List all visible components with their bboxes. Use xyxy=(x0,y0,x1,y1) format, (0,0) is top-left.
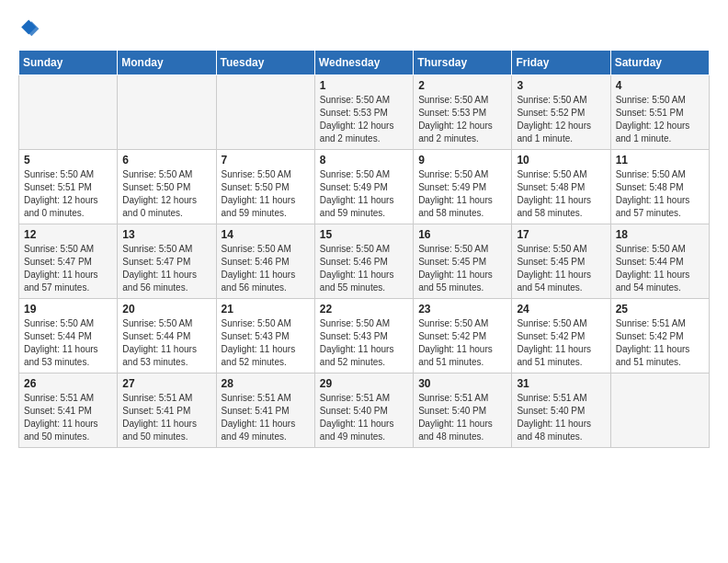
calendar-day-20: 20Sunrise: 5:50 AM Sunset: 5:44 PM Dayli… xyxy=(118,299,216,373)
day-number: 2 xyxy=(418,79,506,92)
day-number: 9 xyxy=(418,154,506,167)
day-info: Sunrise: 5:50 AM Sunset: 5:51 PM Dayligh… xyxy=(616,94,704,145)
day-number: 1 xyxy=(320,79,408,92)
day-info: Sunrise: 5:50 AM Sunset: 5:48 PM Dayligh… xyxy=(517,168,605,220)
weekday-header-sunday: Sunday xyxy=(19,51,118,75)
day-info: Sunrise: 5:50 AM Sunset: 5:53 PM Dayligh… xyxy=(418,94,506,145)
calendar-day-27: 27Sunrise: 5:51 AM Sunset: 5:41 PM Dayli… xyxy=(118,373,216,448)
calendar-day-5: 5Sunrise: 5:50 AM Sunset: 5:51 PM Daylig… xyxy=(19,150,118,224)
day-number: 11 xyxy=(616,154,704,167)
day-number: 24 xyxy=(517,303,605,316)
calendar-day-31: 31Sunrise: 5:51 AM Sunset: 5:40 PM Dayli… xyxy=(512,373,610,448)
day-info: Sunrise: 5:50 AM Sunset: 5:49 PM Dayligh… xyxy=(320,168,408,220)
calendar-day-12: 12Sunrise: 5:50 AM Sunset: 5:47 PM Dayli… xyxy=(19,224,118,299)
day-number: 19 xyxy=(24,303,112,316)
weekday-header-row: SundayMondayTuesdayWednesdayThursdayFrid… xyxy=(19,51,710,75)
calendar-week-row: 1Sunrise: 5:50 AM Sunset: 5:53 PM Daylig… xyxy=(19,75,710,150)
calendar-day-25: 25Sunrise: 5:51 AM Sunset: 5:42 PM Dayli… xyxy=(610,299,709,373)
calendar-week-row: 19Sunrise: 5:50 AM Sunset: 5:44 PM Dayli… xyxy=(19,299,710,373)
calendar-day-3: 3Sunrise: 5:50 AM Sunset: 5:52 PM Daylig… xyxy=(512,75,610,150)
calendar-day-28: 28Sunrise: 5:51 AM Sunset: 5:41 PM Dayli… xyxy=(216,373,314,448)
day-number: 20 xyxy=(122,303,210,316)
day-info: Sunrise: 5:50 AM Sunset: 5:50 PM Dayligh… xyxy=(222,168,310,220)
day-info: Sunrise: 5:50 AM Sunset: 5:47 PM Dayligh… xyxy=(122,243,210,294)
day-number: 3 xyxy=(517,79,605,92)
day-info: Sunrise: 5:51 AM Sunset: 5:40 PM Dayligh… xyxy=(418,392,506,443)
calendar-day-18: 18Sunrise: 5:50 AM Sunset: 5:44 PM Dayli… xyxy=(610,224,709,299)
day-info: Sunrise: 5:50 AM Sunset: 5:45 PM Dayligh… xyxy=(517,243,605,294)
calendar-day-1: 1Sunrise: 5:50 AM Sunset: 5:53 PM Daylig… xyxy=(314,75,413,150)
day-number: 31 xyxy=(517,377,605,390)
calendar-day-13: 13Sunrise: 5:50 AM Sunset: 5:47 PM Dayli… xyxy=(118,224,216,299)
day-info: Sunrise: 5:50 AM Sunset: 5:46 PM Dayligh… xyxy=(222,243,310,294)
day-number: 15 xyxy=(320,228,408,241)
weekday-header-monday: Monday xyxy=(118,51,216,75)
calendar-day-22: 22Sunrise: 5:50 AM Sunset: 5:43 PM Dayli… xyxy=(314,299,413,373)
day-number: 18 xyxy=(616,228,704,241)
day-number: 5 xyxy=(24,154,112,167)
day-info: Sunrise: 5:50 AM Sunset: 5:49 PM Dayligh… xyxy=(418,168,506,220)
day-number: 12 xyxy=(24,228,112,241)
calendar-day-26: 26Sunrise: 5:51 AM Sunset: 5:41 PM Dayli… xyxy=(19,373,118,448)
calendar-day-19: 19Sunrise: 5:50 AM Sunset: 5:44 PM Dayli… xyxy=(19,299,118,373)
day-info: Sunrise: 5:50 AM Sunset: 5:43 PM Dayligh… xyxy=(320,317,408,369)
calendar-empty-cell xyxy=(19,75,118,150)
calendar-day-21: 21Sunrise: 5:50 AM Sunset: 5:43 PM Dayli… xyxy=(216,299,314,373)
weekday-header-friday: Friday xyxy=(512,51,610,75)
day-number: 26 xyxy=(24,377,112,390)
day-info: Sunrise: 5:50 AM Sunset: 5:46 PM Dayligh… xyxy=(320,243,408,294)
day-number: 28 xyxy=(222,377,310,390)
calendar-empty-cell xyxy=(216,75,314,150)
weekday-header-thursday: Thursday xyxy=(414,51,512,75)
calendar-day-16: 16Sunrise: 5:50 AM Sunset: 5:45 PM Dayli… xyxy=(414,224,512,299)
day-number: 25 xyxy=(616,303,704,316)
day-info: Sunrise: 5:51 AM Sunset: 5:41 PM Dayligh… xyxy=(24,392,112,443)
page-header xyxy=(18,18,710,40)
day-info: Sunrise: 5:50 AM Sunset: 5:47 PM Dayligh… xyxy=(24,243,112,294)
calendar-week-row: 12Sunrise: 5:50 AM Sunset: 5:47 PM Dayli… xyxy=(19,224,710,299)
day-number: 21 xyxy=(222,303,310,316)
day-number: 23 xyxy=(418,303,506,316)
day-info: Sunrise: 5:50 AM Sunset: 5:51 PM Dayligh… xyxy=(24,168,112,220)
day-info: Sunrise: 5:50 AM Sunset: 5:43 PM Dayligh… xyxy=(222,317,310,369)
day-number: 17 xyxy=(517,228,605,241)
day-info: Sunrise: 5:50 AM Sunset: 5:42 PM Dayligh… xyxy=(517,317,605,369)
day-number: 8 xyxy=(320,154,408,167)
day-number: 22 xyxy=(320,303,408,316)
calendar-day-29: 29Sunrise: 5:51 AM Sunset: 5:40 PM Dayli… xyxy=(314,373,413,448)
day-info: Sunrise: 5:51 AM Sunset: 5:42 PM Dayligh… xyxy=(616,317,704,369)
calendar-day-11: 11Sunrise: 5:50 AM Sunset: 5:48 PM Dayli… xyxy=(610,150,709,224)
day-number: 29 xyxy=(320,377,408,390)
calendar-day-17: 17Sunrise: 5:50 AM Sunset: 5:45 PM Dayli… xyxy=(512,224,610,299)
day-info: Sunrise: 5:51 AM Sunset: 5:41 PM Dayligh… xyxy=(222,392,310,443)
day-info: Sunrise: 5:50 AM Sunset: 5:50 PM Dayligh… xyxy=(122,168,210,220)
calendar-week-row: 26Sunrise: 5:51 AM Sunset: 5:41 PM Dayli… xyxy=(19,373,710,448)
calendar-day-4: 4Sunrise: 5:50 AM Sunset: 5:51 PM Daylig… xyxy=(610,75,709,150)
calendar-day-14: 14Sunrise: 5:50 AM Sunset: 5:46 PM Dayli… xyxy=(216,224,314,299)
logo xyxy=(18,18,44,40)
day-number: 13 xyxy=(122,228,210,241)
day-info: Sunrise: 5:50 AM Sunset: 5:42 PM Dayligh… xyxy=(418,317,506,369)
day-number: 10 xyxy=(517,154,605,167)
calendar-empty-cell xyxy=(610,373,709,448)
day-number: 30 xyxy=(418,377,506,390)
day-number: 6 xyxy=(122,154,210,167)
weekday-header-tuesday: Tuesday xyxy=(216,51,314,75)
day-number: 7 xyxy=(222,154,310,167)
day-number: 4 xyxy=(616,79,704,92)
calendar-week-row: 5Sunrise: 5:50 AM Sunset: 5:51 PM Daylig… xyxy=(19,150,710,224)
calendar-day-30: 30Sunrise: 5:51 AM Sunset: 5:40 PM Dayli… xyxy=(414,373,512,448)
day-info: Sunrise: 5:50 AM Sunset: 5:44 PM Dayligh… xyxy=(616,243,704,294)
calendar-day-2: 2Sunrise: 5:50 AM Sunset: 5:53 PM Daylig… xyxy=(414,75,512,150)
calendar-day-10: 10Sunrise: 5:50 AM Sunset: 5:48 PM Dayli… xyxy=(512,150,610,224)
weekday-header-wednesday: Wednesday xyxy=(314,51,413,75)
calendar-day-8: 8Sunrise: 5:50 AM Sunset: 5:49 PM Daylig… xyxy=(314,150,413,224)
weekday-header-saturday: Saturday xyxy=(610,51,709,75)
day-info: Sunrise: 5:50 AM Sunset: 5:44 PM Dayligh… xyxy=(24,317,112,369)
calendar-day-6: 6Sunrise: 5:50 AM Sunset: 5:50 PM Daylig… xyxy=(118,150,216,224)
day-info: Sunrise: 5:50 AM Sunset: 5:52 PM Dayligh… xyxy=(517,94,605,145)
calendar-empty-cell xyxy=(118,75,216,150)
day-info: Sunrise: 5:50 AM Sunset: 5:53 PM Dayligh… xyxy=(320,94,408,145)
day-number: 16 xyxy=(418,228,506,241)
calendar-day-15: 15Sunrise: 5:50 AM Sunset: 5:46 PM Dayli… xyxy=(314,224,413,299)
